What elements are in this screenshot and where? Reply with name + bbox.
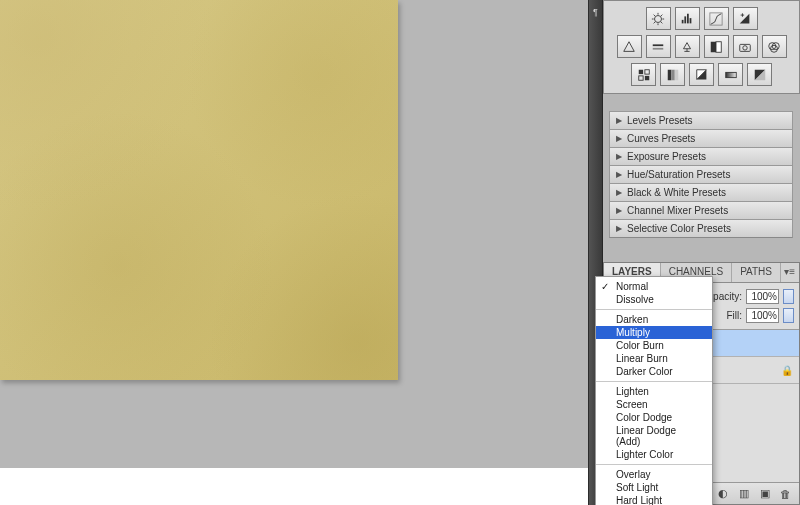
- fill-stepper[interactable]: [783, 308, 794, 323]
- svg-rect-11: [687, 13, 689, 23]
- levels-icon[interactable]: [675, 7, 700, 30]
- brightness-contrast-icon[interactable]: [646, 7, 671, 30]
- preset-bw[interactable]: ▶Black & White Presets: [609, 183, 793, 202]
- svg-rect-12: [690, 18, 692, 23]
- blend-mode-label: Multiply: [616, 327, 650, 338]
- preset-label: Selective Color Presets: [627, 223, 731, 234]
- hue-sat-icon[interactable]: [646, 35, 671, 58]
- svg-rect-19: [653, 47, 664, 49]
- svg-rect-29: [638, 69, 642, 73]
- preset-label: Levels Presets: [627, 115, 693, 126]
- blend-mode-option[interactable]: Dissolve: [596, 293, 712, 306]
- svg-rect-35: [674, 69, 678, 80]
- svg-rect-22: [711, 41, 716, 52]
- new-layer-icon[interactable]: ▣: [755, 486, 774, 502]
- blend-mode-label: Linear Burn: [616, 353, 668, 364]
- preset-curves[interactable]: ▶Curves Presets: [609, 129, 793, 148]
- check-icon: ✓: [601, 281, 609, 292]
- opacity-input[interactable]: 100%: [746, 289, 779, 304]
- svg-line-7: [654, 22, 655, 23]
- svg-line-6: [661, 22, 662, 23]
- preset-channel[interactable]: ▶Channel Mixer Presets: [609, 201, 793, 220]
- preset-levels[interactable]: ▶Levels Presets: [609, 111, 793, 130]
- invert-icon[interactable]: [631, 63, 656, 86]
- svg-rect-9: [682, 19, 684, 23]
- svg-rect-38: [725, 72, 736, 77]
- panel-menu-icon[interactable]: ▾≡: [784, 263, 799, 282]
- menu-separator: [596, 309, 712, 310]
- svg-line-5: [654, 14, 655, 15]
- svg-rect-34: [671, 69, 675, 80]
- canvas-area: [0, 0, 599, 505]
- curves-icon[interactable]: [704, 7, 729, 30]
- preset-list: ▶Levels Presets ▶Curves Presets ▶Exposur…: [609, 112, 793, 238]
- svg-rect-18: [653, 44, 664, 46]
- svg-point-25: [743, 45, 747, 49]
- menu-separator: [596, 381, 712, 382]
- adjustments-panel: [603, 0, 800, 94]
- opacity-stepper[interactable]: [783, 289, 794, 304]
- blend-mode-label: Overlay: [616, 469, 650, 480]
- preset-selective[interactable]: ▶Selective Color Presets: [609, 219, 793, 238]
- preset-label: Hue/Saturation Presets: [627, 169, 730, 180]
- blend-mode-option[interactable]: Color Burn: [596, 339, 712, 352]
- blend-mode-option[interactable]: Linear Dodge (Add): [596, 424, 712, 448]
- paragraph-panel-icon[interactable]: ¶: [589, 4, 602, 19]
- preset-label: Channel Mixer Presets: [627, 205, 728, 216]
- blend-mode-label: Screen: [616, 399, 648, 410]
- blend-mode-option[interactable]: Soft Light: [596, 481, 712, 494]
- document-canvas[interactable]: [0, 0, 398, 380]
- blend-mode-option[interactable]: Color Dodge: [596, 411, 712, 424]
- menu-separator: [596, 464, 712, 465]
- blend-mode-option[interactable]: Darken: [596, 313, 712, 326]
- svg-point-0: [655, 15, 662, 22]
- delete-layer-icon[interactable]: 🗑: [776, 486, 795, 502]
- svg-rect-10: [684, 16, 686, 23]
- blend-mode-label: Color Dodge: [616, 412, 672, 423]
- selective-color-icon[interactable]: [747, 63, 772, 86]
- preset-hue[interactable]: ▶Hue/Saturation Presets: [609, 165, 793, 184]
- group-icon[interactable]: ▥: [734, 486, 753, 502]
- tab-paths[interactable]: PATHS: [732, 263, 781, 282]
- fill-label: Fill:: [726, 310, 742, 321]
- preset-label: Curves Presets: [627, 133, 695, 144]
- blend-mode-option[interactable]: Overlay: [596, 468, 712, 481]
- blend-mode-menu[interactable]: ✓Normal Dissolve Darken Multiply Color B…: [595, 276, 713, 505]
- blend-mode-label: Lighter Color: [616, 449, 673, 460]
- preset-label: Exposure Presets: [627, 151, 706, 162]
- photo-filter-icon[interactable]: [733, 35, 758, 58]
- disclosure-icon: ▶: [616, 170, 622, 179]
- color-balance-icon[interactable]: [675, 35, 700, 58]
- blend-mode-option[interactable]: Multiply: [596, 326, 712, 339]
- svg-rect-33: [667, 69, 671, 80]
- blend-mode-label: Darker Color: [616, 366, 673, 377]
- svg-marker-17: [624, 41, 635, 51]
- preset-exposure[interactable]: ▶Exposure Presets: [609, 147, 793, 166]
- lock-icon: 🔒: [781, 365, 793, 376]
- vibrance-icon[interactable]: [617, 35, 642, 58]
- blend-mode-option[interactable]: Darker Color: [596, 365, 712, 378]
- blend-mode-label: Soft Light: [616, 482, 658, 493]
- disclosure-icon: ▶: [616, 224, 622, 233]
- svg-rect-32: [638, 75, 642, 79]
- threshold-icon[interactable]: [689, 63, 714, 86]
- blend-mode-label: Dissolve: [616, 294, 654, 305]
- blend-mode-option[interactable]: Screen: [596, 398, 712, 411]
- posterize-icon[interactable]: [660, 63, 685, 86]
- bw-icon[interactable]: [704, 35, 729, 58]
- svg-rect-23: [716, 41, 721, 52]
- gradient-map-icon[interactable]: [718, 63, 743, 86]
- svg-rect-31: [644, 69, 648, 73]
- blend-mode-option[interactable]: ✓Normal: [596, 280, 712, 293]
- fill-input[interactable]: 100%: [746, 308, 779, 323]
- exposure-icon[interactable]: [733, 7, 758, 30]
- blend-mode-option[interactable]: Lighten: [596, 385, 712, 398]
- blend-mode-option[interactable]: Linear Burn: [596, 352, 712, 365]
- channel-mixer-icon[interactable]: [762, 35, 787, 58]
- blend-mode-label: Darken: [616, 314, 648, 325]
- adjustment-layer-icon[interactable]: ◐: [713, 486, 732, 502]
- blend-mode-option[interactable]: Hard Light: [596, 494, 712, 505]
- disclosure-icon: ▶: [616, 206, 622, 215]
- canvas-pasteboard: [0, 468, 599, 505]
- blend-mode-option[interactable]: Lighter Color: [596, 448, 712, 461]
